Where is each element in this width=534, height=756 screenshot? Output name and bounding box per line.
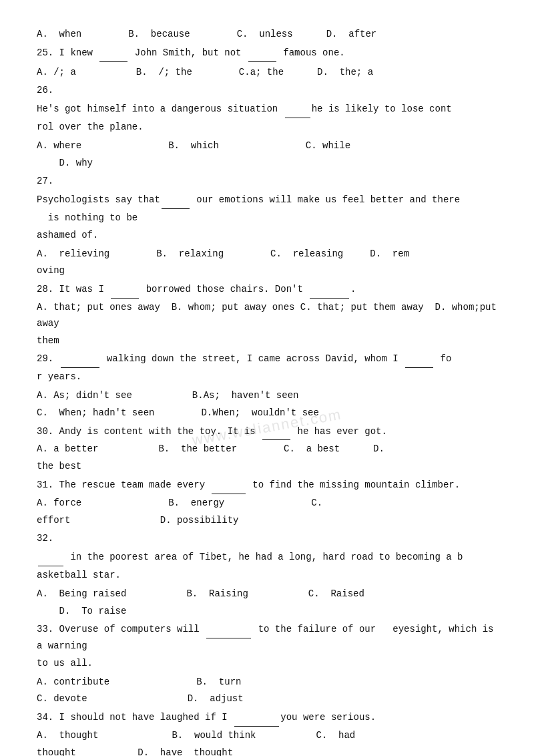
option-25-b: B. /; the: [136, 65, 192, 81]
q31-text: 31. The rescue team made every to find t…: [37, 478, 497, 494]
q30-text: 30. Andy is content with the toy. It is …: [37, 424, 497, 441]
options-33b: C. devote D. adjust: [37, 691, 497, 707]
options-27a: A. relieving B. relaxing C. releasing D.…: [37, 246, 497, 262]
q27-label: 27.: [37, 174, 497, 190]
option-34-a: A. thought: [37, 728, 98, 744]
options-33a: A. contribute B. turn: [37, 675, 497, 691]
option-24-b: B. because: [128, 27, 190, 43]
options-29b: C. When; hadn't seen D.When; wouldn't se…: [37, 405, 497, 421]
blank-27: [162, 192, 190, 209]
blank-28a: [111, 282, 139, 299]
blank-33: [206, 622, 251, 638]
q26-label: 26.: [37, 83, 497, 99]
q34-text: 34. I should not have laughed if I you w…: [37, 710, 497, 727]
option-26-b: B. which: [168, 138, 219, 154]
q26-text-b: rol over the plane.: [37, 120, 497, 136]
options-31b: effort D. possibility: [37, 513, 497, 529]
option-30-a: A. a better: [37, 441, 98, 457]
option-29-c: C. When; hadn't seen: [37, 405, 154, 421]
option-27-c: C. releasing: [270, 246, 343, 262]
option-33-a: A. contribute: [37, 675, 109, 691]
q32-text: in the poorest area of Tibet, he had a l…: [37, 550, 497, 566]
option-31-a: A. force: [37, 496, 81, 512]
option-33-d: D. adjust: [188, 691, 244, 707]
options-32a: A. Being raised B. Raising C. Raised: [37, 586, 497, 602]
blank-31: [212, 478, 245, 494]
option-25-c: C.a; the: [239, 65, 284, 81]
blank-29a: [61, 351, 100, 368]
q32-text-b: asketball star.: [37, 568, 497, 584]
option-34-c: C. had: [316, 728, 355, 744]
blank-34: [234, 710, 279, 727]
options-26a: A. where B. which C. while: [37, 138, 497, 154]
option-32-b: B. Raising: [186, 586, 248, 602]
options-27b: oving: [37, 263, 497, 279]
option-25-a: A. /; a: [37, 65, 76, 81]
q32-label: 32.: [37, 531, 497, 547]
option-27-a: A. relieving: [37, 246, 109, 262]
q27-text: Psychologists say that our emotions will…: [37, 192, 497, 209]
option-25-d: D. the; a: [317, 65, 373, 81]
option-27-d: D. rem: [370, 246, 409, 262]
option-26-c: C. while: [306, 138, 350, 154]
options-34b: thought D. have thought: [37, 745, 497, 756]
option-30-b: B. the better: [158, 441, 237, 457]
options-28a: A. that; put ones away B. whom; put away…: [37, 300, 497, 332]
q27-text-c: ashamed of.: [37, 228, 497, 244]
option-31-b: B. energy: [168, 496, 224, 512]
option-34-b: B. would think: [172, 728, 256, 744]
options-30a: A. a better B. the better C. a best D.: [37, 441, 497, 457]
blank-25b: [248, 45, 276, 62]
options-34a: A. thought B. would think C. had: [37, 728, 497, 744]
option-24-d: D. after: [326, 27, 377, 43]
blank-30: [262, 424, 290, 441]
blank-26: [285, 102, 310, 118]
option-24-c: C. unless: [237, 27, 293, 43]
blank-25a: [99, 45, 127, 62]
q26-text: He's got himself into a dangerous situat…: [37, 102, 497, 118]
option-30-d: D.: [373, 441, 384, 457]
q28-text: 28. It was I borrowed those chairs. Don'…: [37, 282, 497, 299]
option-27-b: B. relaxing: [156, 246, 224, 262]
page: www.woliannet.com A. when B. because C. …: [0, 0, 534, 756]
option-29-d: D.When; wouldn't see: [201, 405, 318, 421]
option-32-a: A. Being raised: [37, 586, 126, 602]
q33-text-b: to us all.: [37, 656, 497, 672]
option-33-b: B. turn: [196, 675, 241, 691]
options-29a: A. As; didn't see B.As; haven't seen: [37, 388, 497, 404]
q29-text-b: r years.: [37, 369, 497, 385]
options-25: A. /; a B. /; the C.a; the D. the; a: [37, 65, 497, 81]
option-33-c: C. devote: [37, 691, 87, 707]
blank-32: [38, 550, 63, 566]
option-32-c: C. Raised: [308, 586, 364, 602]
q25: 25. I knew John Smith, but not famous on…: [37, 45, 497, 62]
options-32b: D. To raise: [37, 604, 497, 620]
option-26-a: A. where: [37, 138, 81, 154]
options-28b: them: [37, 333, 497, 349]
blank-29b: [405, 351, 433, 368]
option-30-c: C. a best: [284, 441, 340, 457]
q33-text: 33. Overuse of computers will to the fai…: [37, 622, 497, 654]
options-31a: A. force B. energy C.: [37, 496, 497, 512]
option-29-a: A. As; didn't see: [37, 388, 132, 404]
option-31-c: C.: [311, 496, 322, 512]
option-29-b: B.As; haven't seen: [192, 388, 299, 404]
options-24: A. when B. because C. unless D. after: [37, 27, 497, 43]
q27-text-b: is nothing to be: [37, 210, 497, 226]
blank-28b: [310, 282, 349, 299]
options-30b: the best: [37, 459, 497, 475]
options-26b: D. why: [37, 156, 497, 172]
option-24-a: A. when: [37, 27, 81, 43]
q29-text: 29. walking down the street, I came acro…: [37, 351, 497, 368]
